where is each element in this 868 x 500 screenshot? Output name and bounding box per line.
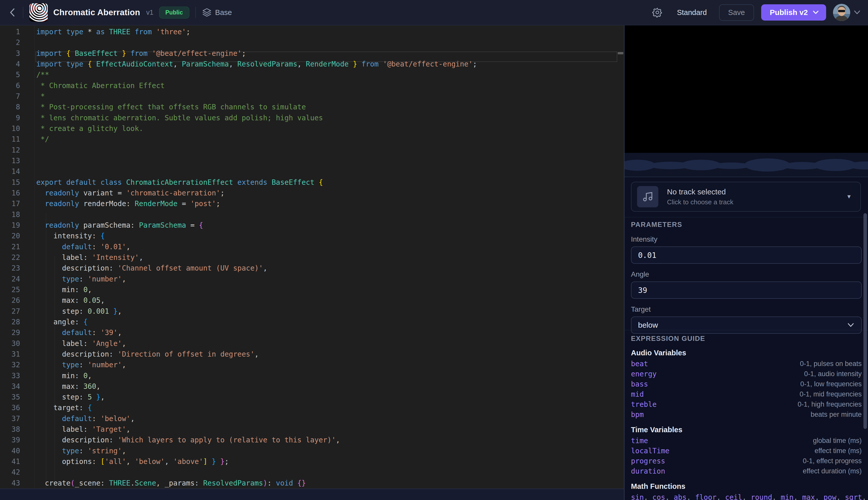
line-number: 40 (0, 446, 20, 456)
code-line[interactable]: readonly renderMode: RenderMode = 'post'… (36, 198, 624, 209)
code-line[interactable]: * (36, 91, 624, 102)
code-line[interactable]: min: 0, (36, 371, 624, 381)
code-line[interactable]: */ (36, 134, 624, 145)
line-number-gutter: 1234567891011121314151617181920212223242… (0, 25, 20, 489)
publish-label: Publish v2 (770, 8, 808, 17)
code-editor[interactable]: 1234567891011121314151617181920212223242… (0, 25, 624, 489)
code-line[interactable]: default: '39', (36, 327, 624, 338)
parameters-heading: PARAMETERS (631, 221, 862, 229)
code-line[interactable]: * Chromatic Aberration Effect (36, 80, 624, 91)
code-line[interactable]: step: 5 }, (36, 392, 624, 402)
guide-variable: time (631, 436, 648, 445)
code-line[interactable] (36, 156, 624, 166)
waveform-strip[interactable] (625, 153, 868, 177)
panel-scrollbar[interactable] (864, 213, 867, 429)
guide-row: mid0-1, mid frequencies (631, 389, 862, 399)
line-number: 3 (0, 48, 20, 59)
code-line[interactable]: import { BaseEffect } from '@beat/effect… (36, 48, 624, 59)
music-note-icon (637, 186, 658, 207)
line-number: 23 (0, 263, 20, 274)
code-line[interactable]: export default class ChromaticAberration… (36, 177, 624, 188)
code-line[interactable]: options: ['all', 'below', 'above'] } }; (36, 456, 624, 467)
line-number: 9 (0, 113, 20, 123)
code-line[interactable]: type: 'number', (36, 360, 624, 370)
code-line[interactable]: angle: { (36, 317, 624, 327)
code-line[interactable]: readonly paramSchema: ParamSchema = { (36, 220, 624, 231)
avatar-photo (833, 4, 850, 21)
editor-bottom-strip (0, 489, 624, 500)
code-line[interactable]: default: '0.01', (36, 242, 624, 252)
mode-label[interactable]: Standard (677, 8, 707, 17)
code-line[interactable] (36, 166, 624, 177)
track-selector[interactable]: No track selected Click to choose a trac… (631, 182, 861, 212)
code-line[interactable]: max: 0.05, (36, 295, 624, 306)
code-line[interactable]: min: 0, (36, 285, 624, 295)
code-line[interactable]: * Post-processing effect that offsets RG… (36, 102, 624, 112)
user-menu-chevron-icon[interactable] (853, 10, 861, 15)
line-number: 34 (0, 381, 20, 392)
line-number: 31 (0, 349, 20, 360)
code-line[interactable]: label: 'Angle', (36, 338, 624, 349)
code-line[interactable]: max: 360, (36, 381, 624, 392)
code-line[interactable]: description: 'Direction of offset in deg… (36, 349, 624, 360)
line-number: 6 (0, 80, 20, 91)
code-line[interactable]: label: 'Target', (36, 424, 624, 435)
line-number: 21 (0, 242, 20, 252)
code-line[interactable]: intensity: { (36, 231, 624, 241)
angle-input[interactable] (631, 282, 862, 299)
code-line[interactable] (36, 209, 624, 220)
code-line[interactable] (36, 145, 624, 156)
line-number: 36 (0, 402, 20, 413)
expression-guide-section: EXPRESSION GUIDE Audio Variablesbeat0-1,… (625, 330, 868, 500)
code-content[interactable]: import type * as THREE from 'three';impo… (20, 25, 624, 489)
guide-description: global time (ms) (813, 437, 862, 445)
code-line[interactable]: label: 'Intensity', (36, 252, 624, 263)
guide-row: treble0-1, high frequencies (631, 399, 862, 409)
param-label: Angle (631, 270, 862, 279)
guide-variable: bass (631, 380, 648, 388)
back-button[interactable] (8, 8, 17, 17)
code-line[interactable]: step: 0.001 }, (36, 306, 624, 317)
code-line[interactable]: import type * as THREE from 'three'; (36, 27, 624, 37)
code-line[interactable]: description: 'Channel offset amount (UV … (36, 263, 624, 274)
line-number: 30 (0, 338, 20, 349)
guide-variable: energy (631, 370, 656, 378)
code-line[interactable]: /** (36, 70, 624, 80)
track-title: No track selected (667, 188, 733, 196)
line-number: 12 (0, 145, 20, 156)
code-line[interactable]: default: 'below', (36, 413, 624, 424)
guide-description: 0-1, pulses on beats (800, 360, 862, 368)
code-line[interactable]: create(_scene: THREE.Scene, _params: Res… (36, 478, 624, 489)
guide-variable: progress (631, 457, 665, 465)
code-line[interactable] (36, 467, 624, 478)
guide-variable: beat (631, 360, 648, 368)
intensity-input[interactable] (631, 247, 862, 264)
save-button[interactable]: Save (719, 4, 754, 21)
code-line[interactable]: description: 'Which layers to apply to (… (36, 435, 624, 445)
code-line[interactable]: * lens chromatic aberration. Subtle valu… (36, 113, 624, 123)
code-line[interactable]: import type { EffectAudioContext, ParamS… (36, 59, 624, 70)
line-number: 8 (0, 102, 20, 112)
publish-button[interactable]: Publish v2 (761, 4, 826, 21)
code-line[interactable]: target: { (36, 402, 624, 413)
gear-icon[interactable] (652, 7, 663, 18)
line-number: 16 (0, 188, 20, 198)
code-line[interactable]: * create a glitchy look. (36, 123, 624, 134)
avatar[interactable] (833, 4, 850, 21)
code-line[interactable]: type: 'string', (36, 446, 624, 456)
guide-row: bass0-1, low frequencies (631, 379, 862, 389)
code-line[interactable]: readonly variant = 'chromatic-aberration… (36, 188, 624, 198)
app-logo[interactable] (30, 3, 48, 22)
guide-group-title: Time Variables (631, 425, 862, 434)
divider (23, 7, 23, 18)
code-line[interactable]: type: 'number', (36, 274, 624, 285)
track-dropdown-icon: ▼ (846, 193, 852, 200)
public-badge: Public (159, 7, 189, 19)
guide-description: 0-1, audio intensity (804, 370, 862, 378)
base-layer-selector[interactable]: Base (202, 8, 232, 17)
param-label: Intensity (631, 235, 862, 243)
ripple-logo-icon (30, 3, 48, 22)
waveform (625, 153, 868, 177)
base-label: Base (215, 8, 232, 17)
code-line[interactable] (36, 37, 624, 48)
